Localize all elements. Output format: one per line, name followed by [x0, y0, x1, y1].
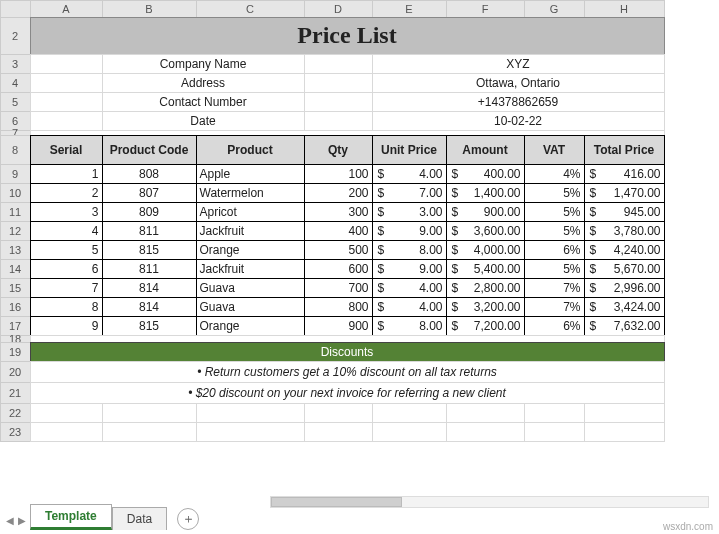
cell-vat[interactable]: 5%	[524, 259, 585, 279]
blank-cell[interactable]	[446, 422, 525, 442]
cell-amount[interactable]: $4,000.00	[446, 240, 525, 260]
blank-cell[interactable]	[304, 54, 373, 74]
cell-product[interactable]: Guava	[196, 297, 305, 317]
column-header[interactable]: H	[584, 0, 665, 18]
cell-unit-price[interactable]: $7.00	[372, 183, 447, 203]
cell-product[interactable]: Jackfruit	[196, 221, 305, 241]
blank-cell[interactable]	[372, 403, 447, 423]
column-header[interactable]: A	[30, 0, 103, 18]
cell-unit-price[interactable]: $8.00	[372, 240, 447, 260]
cell-serial[interactable]: 5	[30, 240, 103, 260]
column-header[interactable]: D	[304, 0, 373, 18]
blank-cell[interactable]	[524, 422, 585, 442]
cell-code[interactable]: 815	[102, 240, 197, 260]
cell-code[interactable]: 811	[102, 259, 197, 279]
cell-code[interactable]: 808	[102, 164, 197, 184]
cell-total[interactable]: $4,240.00	[584, 240, 665, 260]
nav-prev-icon[interactable]: ◀	[6, 515, 14, 526]
blank-cell[interactable]	[102, 422, 197, 442]
cell-vat[interactable]: 7%	[524, 297, 585, 317]
sheet-nav[interactable]: ◀ ▶	[6, 515, 26, 526]
add-sheet-button[interactable]: ＋	[177, 508, 199, 530]
blank-cell[interactable]	[196, 403, 305, 423]
cell-total[interactable]: $7,632.00	[584, 316, 665, 336]
cell-amount[interactable]: $7,200.00	[446, 316, 525, 336]
cell-product[interactable]: Jackfruit	[196, 259, 305, 279]
column-header[interactable]: C	[196, 0, 305, 18]
blank-cell[interactable]	[304, 422, 373, 442]
cell-amount[interactable]: $2,800.00	[446, 278, 525, 298]
nav-next-icon[interactable]: ▶	[18, 515, 26, 526]
cell-product[interactable]: Guava	[196, 278, 305, 298]
select-all-corner[interactable]	[0, 0, 31, 18]
cell-amount[interactable]: $1,400.00	[446, 183, 525, 203]
cell-qty[interactable]: 100	[304, 164, 373, 184]
row-header[interactable]: 4	[0, 73, 31, 93]
blank-cell[interactable]	[584, 403, 665, 423]
blank-cell[interactable]	[446, 403, 525, 423]
blank-cell[interactable]	[304, 73, 373, 93]
cell-qty[interactable]: 400	[304, 221, 373, 241]
row-header[interactable]: 5	[0, 92, 31, 112]
cell-qty[interactable]: 900	[304, 316, 373, 336]
cell-total[interactable]: $3,424.00	[584, 297, 665, 317]
blank-cell[interactable]	[30, 422, 103, 442]
cell-code[interactable]: 815	[102, 316, 197, 336]
cell-total[interactable]: $1,470.00	[584, 183, 665, 203]
cell-total[interactable]: $3,780.00	[584, 221, 665, 241]
blank-cell[interactable]	[304, 111, 373, 131]
blank-cell[interactable]	[304, 403, 373, 423]
row-header[interactable]: 16	[0, 297, 31, 317]
column-header[interactable]: G	[524, 0, 585, 18]
cell-vat[interactable]: 7%	[524, 278, 585, 298]
cell-amount[interactable]: $900.00	[446, 202, 525, 222]
cell-qty[interactable]: 500	[304, 240, 373, 260]
row-header[interactable]: 2	[0, 17, 31, 55]
cell-unit-price[interactable]: $9.00	[372, 221, 447, 241]
cell-qty[interactable]: 800	[304, 297, 373, 317]
cell-code[interactable]: 814	[102, 297, 197, 317]
cell-vat[interactable]: 5%	[524, 183, 585, 203]
cell-vat[interactable]: 4%	[524, 164, 585, 184]
cell-product[interactable]: Orange	[196, 240, 305, 260]
cell-unit-price[interactable]: $4.00	[372, 278, 447, 298]
cell-total[interactable]: $2,996.00	[584, 278, 665, 298]
cell-serial[interactable]: 6	[30, 259, 103, 279]
row-header[interactable]: 23	[0, 422, 31, 442]
cell-qty[interactable]: 300	[304, 202, 373, 222]
cell-product[interactable]: Apple	[196, 164, 305, 184]
cell-qty[interactable]: 700	[304, 278, 373, 298]
cell-product[interactable]: Orange	[196, 316, 305, 336]
blank-cell[interactable]	[30, 73, 103, 93]
cell-serial[interactable]: 1	[30, 164, 103, 184]
cell-serial[interactable]: 7	[30, 278, 103, 298]
cell-code[interactable]: 811	[102, 221, 197, 241]
blank-cell[interactable]	[304, 92, 373, 112]
cell-amount[interactable]: $3,600.00	[446, 221, 525, 241]
blank-cell[interactable]	[30, 111, 103, 131]
cell-vat[interactable]: 6%	[524, 316, 585, 336]
cell-serial[interactable]: 3	[30, 202, 103, 222]
row-header[interactable]: 8	[0, 135, 31, 165]
row-header[interactable]: 15	[0, 278, 31, 298]
cell-vat[interactable]: 5%	[524, 202, 585, 222]
tab-data[interactable]: Data	[112, 507, 167, 530]
cell-amount[interactable]: $400.00	[446, 164, 525, 184]
column-header[interactable]: B	[102, 0, 197, 18]
cell-amount[interactable]: $5,400.00	[446, 259, 525, 279]
cell-code[interactable]: 814	[102, 278, 197, 298]
cell-unit-price[interactable]: $8.00	[372, 316, 447, 336]
column-header[interactable]: F	[446, 0, 525, 18]
cell-vat[interactable]: 5%	[524, 221, 585, 241]
cell-unit-price[interactable]: $9.00	[372, 259, 447, 279]
row-header[interactable]: 19	[0, 342, 31, 362]
blank-cell[interactable]	[30, 54, 103, 74]
blank-cell[interactable]	[524, 403, 585, 423]
cell-serial[interactable]: 9	[30, 316, 103, 336]
horizontal-scrollbar[interactable]	[270, 496, 709, 508]
cell-product[interactable]: Watermelon	[196, 183, 305, 203]
cell-qty[interactable]: 600	[304, 259, 373, 279]
row-header[interactable]: 20	[0, 361, 31, 383]
cell-qty[interactable]: 200	[304, 183, 373, 203]
row-header[interactable]: 14	[0, 259, 31, 279]
